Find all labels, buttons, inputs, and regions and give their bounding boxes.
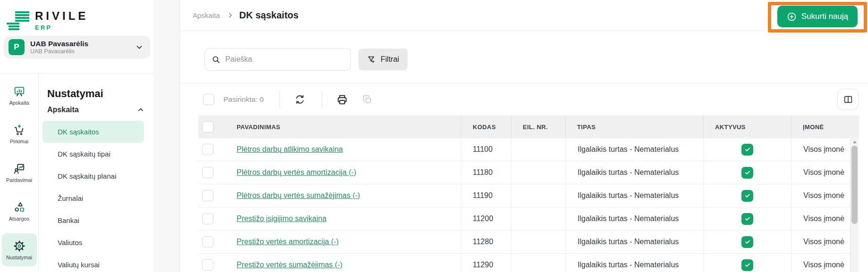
copy-icon[interactable]	[362, 94, 373, 105]
active-check-icon	[741, 167, 753, 179]
columns-icon	[843, 94, 853, 105]
active-check-icon	[741, 213, 753, 225]
account-type: Ilgalaikis turtas - Nematerialus	[565, 254, 703, 272]
submenu-item-dk-saskaitu-planai[interactable]: DK sąskaitų planai	[43, 165, 144, 187]
cart-icon	[13, 124, 26, 136]
account-link[interactable]: Prestižo vertės sumažėjimas (-)	[237, 261, 342, 269]
rail-item-pardavimai[interactable]: Pardavimai	[2, 157, 37, 190]
account-link[interactable]: Plėtros darbų vertės sumažėjimas (-)	[237, 191, 360, 199]
filters-row: Filtrai	[180, 31, 868, 83]
row-checkbox[interactable]	[202, 190, 213, 201]
account-type: Ilgalaikis turtas - Nematerialus	[565, 231, 703, 253]
breadcrumb-parent[interactable]: Apskaita	[193, 11, 220, 19]
account-code: 11280	[461, 231, 511, 253]
account-code: 11290	[461, 254, 511, 272]
rail-item-pirkimai[interactable]: Pirkimai	[2, 118, 37, 151]
column-header-pavadinimas[interactable]: PAVADINIMAS	[227, 124, 461, 131]
table-row: Prestižo vertės sumažėjimas (-) 11290 Il…	[198, 254, 859, 272]
table-row: Plėtros darbų vertės amortizacija (-) 11…	[198, 161, 859, 184]
chevron-right-icon	[227, 12, 234, 19]
account-code: 11200	[461, 207, 511, 230]
settings-submenu: Nustatymai Apskaita DK sąskaitos DK sąsk…	[39, 74, 153, 272]
row-checkbox[interactable]	[202, 144, 213, 155]
rail-item-apskaita[interactable]: Apskaita	[2, 79, 37, 112]
rivile-erp-app: RIVILE ERP P UAB Pavasarėlis UAB Pavasar…	[0, 0, 868, 272]
column-header-aktyvus[interactable]: AKTYVUS	[703, 115, 791, 138]
scrollbar-up-arrow[interactable]	[851, 138, 859, 146]
company-name: UAB Pavasarėlis	[30, 39, 135, 48]
print-icon[interactable]	[336, 94, 348, 106]
account-eil-nr	[511, 184, 565, 207]
account-type: Ilgalaikis turtas - Nematerialus	[565, 207, 703, 230]
account-link[interactable]: Prestižo įsigijimo savikaina	[237, 214, 326, 223]
row-checkbox[interactable]	[202, 213, 213, 224]
rail-item-label: Pirkimai	[10, 139, 28, 144]
column-header-imone[interactable]: ĮMONĖ	[791, 115, 859, 138]
account-link[interactable]: Plėtros darbų vertės amortizacija (-)	[237, 168, 356, 176]
account-company: Visos įmonė	[791, 254, 859, 272]
sidebar-header: RIVILE ERP P UAB Pavasarėlis UAB Pavasar…	[0, 0, 153, 74]
submenu-item-valiutos[interactable]: Valiutos	[43, 231, 144, 254]
filters-button[interactable]: Filtrai	[358, 49, 408, 70]
scrollbar-thumb[interactable]	[851, 146, 858, 224]
funnel-icon	[367, 55, 376, 64]
refresh-icon[interactable]	[294, 94, 306, 105]
rail-item-atsargos[interactable]: Atsargos	[2, 195, 37, 228]
account-type: Ilgalaikis turtas - Nematerialus	[565, 138, 703, 161]
rail-item-label: Apskaita	[9, 100, 29, 106]
column-header-tipas[interactable]: TIPAS	[565, 115, 703, 138]
submenu-item-zurnalai[interactable]: Žurnalai	[43, 187, 144, 209]
column-settings-button[interactable]	[837, 89, 859, 110]
select-all-checkbox[interactable]	[203, 94, 214, 105]
company-selector[interactable]: P UAB Pavasarėlis UAB Pavasarėlis	[4, 36, 150, 58]
page-header: Apskaita DK sąskaitos	[180, 0, 868, 31]
row-checkbox[interactable]	[202, 167, 213, 178]
account-eil-nr	[511, 138, 565, 161]
rail-item-label: Pardavimai	[6, 177, 32, 183]
account-type: Ilgalaikis turtas - Nematerialus	[565, 184, 703, 207]
submenu-section-label: Apskaita	[47, 106, 79, 114]
chevron-up-icon	[137, 107, 144, 113]
account-code: 11100	[461, 138, 511, 161]
account-link[interactable]: Prestižo vertės amortizacija (-)	[237, 238, 339, 246]
submenu-title: Nustatymai	[47, 88, 153, 100]
sidebar-gutter	[153, 0, 179, 272]
active-check-icon	[741, 144, 753, 156]
account-eil-nr	[511, 254, 565, 272]
header-checkbox[interactable]	[202, 121, 213, 132]
account-code: 11190	[461, 184, 511, 207]
account-link[interactable]: Plėtros darbų atlikimo savikaina	[237, 145, 343, 153]
toolbar-divider	[280, 91, 280, 108]
page-title: DK sąskaitos	[239, 10, 299, 21]
rail-item-nustatymai[interactable]: Nustatymai	[2, 233, 37, 266]
search-icon	[212, 55, 221, 64]
accounts-table: PAVADINIMAS KODAS EIL. NR. TIPAS AKTYVUS…	[198, 115, 859, 272]
rivile-bars-icon	[7, 10, 30, 30]
account-company: Visos įmonė	[791, 207, 859, 230]
brand-name: RIVILE	[35, 10, 88, 22]
column-header-kodas[interactable]: KODAS	[461, 115, 511, 138]
row-checkbox[interactable]	[202, 259, 213, 271]
account-eil-nr	[511, 161, 565, 184]
company-avatar: P	[9, 39, 25, 55]
account-code: 11180	[461, 161, 511, 184]
submenu-item-valiutu-kursai[interactable]: Valiutų kursai	[43, 254, 144, 272]
submenu-section-apskaita[interactable]: Apskaita	[47, 106, 153, 114]
table-row: Prestižo įsigijimo savikaina 11200 Ilgal…	[198, 207, 859, 231]
create-new-button[interactable]: Sukurti naują	[777, 6, 858, 27]
table-header-row: PAVADINIMAS KODAS EIL. NR. TIPAS AKTYVUS…	[198, 115, 859, 138]
account-eil-nr	[511, 207, 565, 230]
column-header-eil-nr[interactable]: EIL. NR.	[511, 115, 565, 138]
account-company: Visos įmonė	[791, 231, 859, 253]
chevron-down-icon	[135, 43, 144, 51]
submenu-item-dk-saskaitu-tipai[interactable]: DK sąskaitų tipai	[43, 143, 144, 165]
company-subtitle: UAB Pavasarėlis	[30, 48, 135, 55]
row-checkbox[interactable]	[202, 236, 213, 247]
nav-rail: Apskaita Pirkimai	[0, 74, 39, 272]
submenu-item-dk-saskaitos[interactable]: DK sąskaitos	[43, 121, 144, 143]
account-company: Visos įmonė	[791, 161, 859, 184]
search-input[interactable]	[225, 55, 344, 64]
account-type: Ilgalaikis turtas - Nematerialus	[565, 161, 703, 184]
submenu-item-bankai[interactable]: Bankai	[43, 209, 144, 231]
account-company: Visos įmonė	[791, 184, 859, 207]
